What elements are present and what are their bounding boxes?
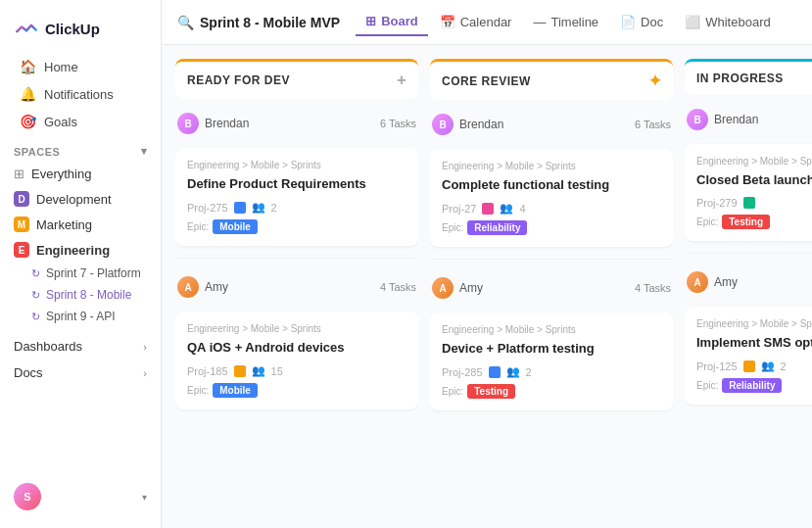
task-assignee-count: 2 [271,202,277,214]
sidebar-sprint-9[interactable]: ↻ Sprint 9 - API [0,306,161,327]
sidebar-item-docs[interactable]: Docs › [0,360,161,386]
doc-icon: 📄 [620,15,636,29]
task-meta: Proj-185 👥 15 [187,364,406,377]
avatar: S [14,483,41,510]
task-meta: Proj-125 👥 2 [696,360,812,372]
sidebar-item-dashboards[interactable]: Dashboards › [0,333,161,360]
assignee-info-amy: A Amy [177,276,228,298]
logo[interactable]: ClickUp [0,10,161,53]
marketing-space-dot: M [14,216,29,232]
task-flag-icon [743,360,755,372]
column-ready-label: READY FOR DEV [187,73,290,87]
task-title: Device + Platform testing [442,340,661,358]
assignee-info-amy-inprogress: A Amy [687,271,738,293]
task-flag-icon [482,203,494,215]
epic-badge-mobile: Mobile [213,219,258,234]
column-inprogress-header: IN PROGRESS [685,59,812,95]
amy-inprogress-name: Amy [714,275,738,289]
everything-grid-icon: ⊞ [14,167,24,181]
notifications-icon: 🔔 [20,86,36,102]
task-card-implement-sms[interactable]: Engineering > Mobile > Sprints Implement… [685,307,812,405]
sidebar-item-everything[interactable]: ⊞ Everything [0,162,161,186]
sidebar-sprint-7[interactable]: ↻ Sprint 7 - Platform [0,263,161,284]
column-ready-header: READY FOR DEV + [175,59,418,99]
engineering-label: Engineering [36,243,110,258]
sidebar-item-notifications-label: Notifications [44,87,114,102]
topbar-nav: ⊞ Board 📅 Calendar — Timeline 📄 Doc ⬜ Wh… [356,8,796,36]
epic-label: Epic: [442,222,463,233]
epic-badge-mobile-2: Mobile [213,383,258,398]
sidebar-item-goals-label: Goals [44,115,77,129]
spaces-chevron-icon[interactable]: ▾ [141,145,148,158]
task-card-complete-functional[interactable]: Engineering > Mobile > Sprints Complete … [430,149,673,247]
assignee-info-amy-core: A Amy [432,277,483,299]
assignee-info-brendan-inprogress: B Brendan [687,109,758,130]
task-breadcrumb: Engineering > Mobile > Sprints [696,156,812,167]
task-meta: Proj-275 👥 2 [187,201,406,214]
task-meta: Proj-285 👥 2 [442,365,661,378]
assignee-info-brendan-core: B Brendan [432,114,503,135]
task-epic-row: Epic: Reliability [442,220,661,235]
tab-doc-label: Doc [641,15,663,29]
sidebar-item-notifications[interactable]: 🔔 Notifications [6,80,155,108]
task-title: Closed Beta launch and feedback [696,171,812,189]
tab-whiteboard[interactable]: ⬜ Whiteboard [675,9,780,35]
sidebar-bottom: Dashboards › Docs › [0,333,161,386]
tab-calendar[interactable]: 📅 Calendar [430,9,522,35]
assignee-group-brendan-inprogress: B Brendan [685,103,812,136]
home-icon: 🏠 [20,59,36,74]
add-task-ready-button[interactable]: + [397,72,406,89]
tab-timeline[interactable]: — Timeline [523,9,608,35]
sprint-8-icon: ↻ [31,289,40,302]
task-assignee-count: 2 [781,360,787,372]
epic-label: Epic: [187,221,209,232]
sprint-9-label: Sprint 9 - API [46,310,116,323]
task-breadcrumb: Engineering > Mobile > Sprints [187,160,406,170]
avatar-amy-inprogress: A [687,271,708,293]
sidebar-item-engineering[interactable]: E Engineering [0,237,161,263]
calendar-icon: 📅 [440,15,455,29]
engineering-space-dot: E [14,242,29,258]
docs-label: Docs [14,365,43,380]
divider [430,259,673,260]
goals-icon: 🎯 [20,114,36,129]
task-assignee-count: 15 [271,365,283,377]
task-card-closed-beta[interactable]: Engineering > Mobile > Sprints Closed Be… [685,144,812,241]
tab-doc[interactable]: 📄 Doc [610,9,673,35]
user-avatar-area[interactable]: S ▾ [0,475,161,518]
task-id: Proj-125 [696,360,738,372]
docs-chevron-icon: › [143,367,147,379]
page-title-area: 🔍 Sprint 8 - Mobile MVP [177,15,340,30]
sidebar: ClickUp 🏠 Home 🔔 Notifications 🎯 Goals S… [0,0,162,528]
task-card-qa-ios[interactable]: Engineering > Mobile > Sprints QA iOS + … [175,312,418,409]
sidebar-item-goals[interactable]: 🎯 Goals [6,108,155,135]
add-task-core-button[interactable]: ✦ [648,72,662,90]
sprint-8-label: Sprint 8 - Mobile [46,288,131,302]
task-card-define-product[interactable]: Engineering > Mobile > Sprints Define Pr… [175,148,418,246]
epic-badge-testing: Testing [467,384,515,399]
app-name: ClickUp [45,21,100,37]
epic-badge-testing-2: Testing [722,215,770,229]
task-epic-row: Epic: Mobile [187,383,406,398]
amy-ready-task-count: 4 Tasks [380,281,416,293]
avatar-brendan-core: B [432,114,454,135]
task-assignees-icon: 👥 [761,360,775,372]
tab-timeline-label: Timeline [550,15,598,29]
column-inprogress-label: IN PROGRESS [696,72,784,85]
sidebar-sprint-8[interactable]: ↻ Sprint 8 - Mobile [0,284,161,306]
development-label: Development [36,192,112,207]
board-area: READY FOR DEV + B Brendan 6 Tasks Engine… [162,45,812,528]
tab-board-label: Board [381,14,418,28]
task-assignees-icon: 👥 [252,201,265,214]
column-core-header: CORE REVIEW ✦ [430,59,673,100]
task-epic-row: Epic: Mobile [187,219,406,234]
column-in-progress: IN PROGRESS B Brendan Engineering > Mobi… [685,59,812,514]
spaces-label: Spaces [14,146,60,158]
task-flag-icon [743,197,755,209]
sidebar-item-development[interactable]: D Development [0,186,161,212]
task-card-device-platform[interactable]: Engineering > Mobile > Sprints Device + … [430,312,673,410]
task-assignees-icon: 👥 [506,365,520,378]
sidebar-item-marketing[interactable]: M Marketing [0,212,161,237]
sidebar-item-home[interactable]: 🏠 Home [6,53,155,80]
tab-board[interactable]: ⊞ Board [356,8,428,36]
